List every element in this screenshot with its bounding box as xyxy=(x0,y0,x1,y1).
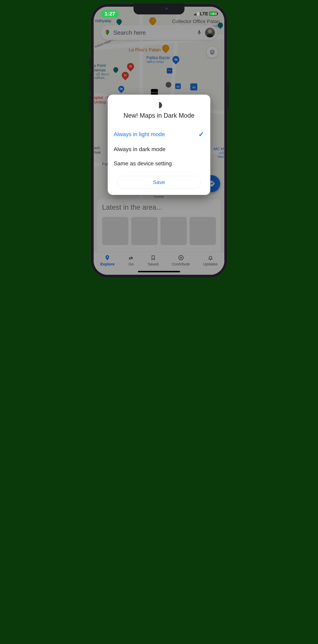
option-dark-mode[interactable]: Always in dark mode xyxy=(113,142,205,156)
signal-icon xyxy=(194,12,199,16)
screen: Vidhyalay Collector Office Patan કલેક્ટર… xyxy=(94,7,224,275)
dark-mode-modal: New! Maps in Dark Mode Always in light m… xyxy=(108,95,210,195)
option-light-mode[interactable]: Always in light mode ✓ xyxy=(113,126,205,142)
side-button xyxy=(89,57,90,67)
dark-mode-icon xyxy=(155,101,163,109)
option-label: Same as device setting xyxy=(114,160,172,167)
option-label: Always in light mode xyxy=(114,131,165,138)
option-label: Always in dark mode xyxy=(114,146,165,152)
volume-down-button xyxy=(89,95,90,113)
phone-frame: Vidhyalay Collector Office Patan કલેક્ટર… xyxy=(90,4,228,278)
time-indicator: 1:27 xyxy=(101,10,119,18)
power-button xyxy=(228,81,229,109)
battery-icon: ⚡ xyxy=(209,12,217,16)
save-button[interactable]: Save xyxy=(117,176,201,188)
status-right: LTE ⚡ xyxy=(194,11,217,16)
notch xyxy=(134,4,184,14)
option-device-setting[interactable]: Same as device setting xyxy=(113,156,205,171)
checkmark-icon: ✓ xyxy=(198,130,204,138)
home-indicator[interactable] xyxy=(138,271,180,272)
modal-title: New! Maps in Dark Mode xyxy=(113,112,205,119)
volume-up-button xyxy=(89,74,90,92)
network-label: LTE xyxy=(200,11,208,16)
